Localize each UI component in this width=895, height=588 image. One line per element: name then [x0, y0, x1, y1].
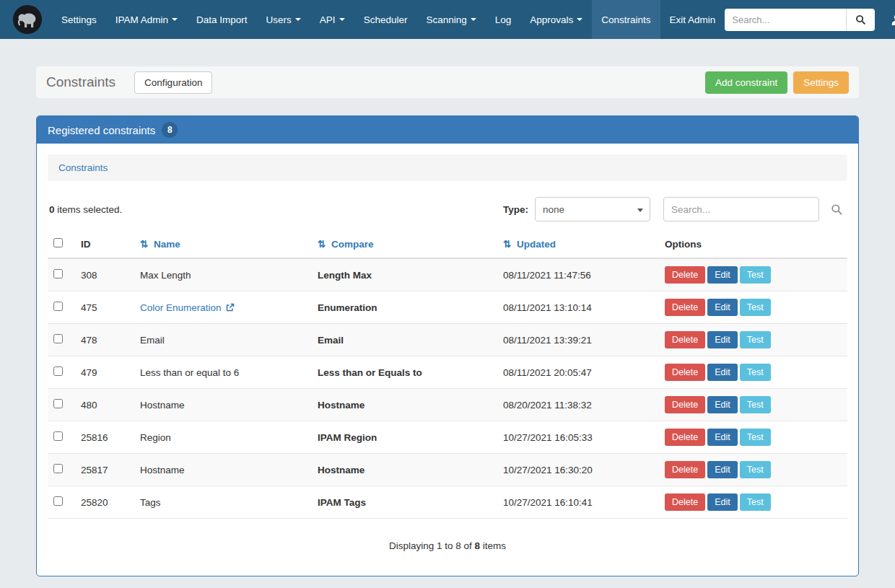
- row-checkbox[interactable]: [53, 399, 63, 408]
- user-icon: [891, 14, 895, 26]
- table-row: 308Max LengthLength Max08/11/2021 11:47:…: [48, 258, 847, 291]
- table-footer: Displaying 1 to 8 of 8 items: [48, 540, 847, 551]
- nav-item-users[interactable]: Users: [257, 0, 310, 39]
- nav-item-data-import[interactable]: Data Import: [187, 0, 257, 39]
- external-link-icon: [226, 303, 235, 312]
- constraint-compare: IPAM Region: [312, 421, 497, 454]
- column-header-compare[interactable]: ⇅ Compare: [312, 230, 497, 258]
- constraint-compare: Hostname: [312, 454, 497, 486]
- column-header-id: ID: [75, 230, 134, 258]
- caret-down-icon: [471, 18, 476, 21]
- nav-item-log[interactable]: Log: [486, 0, 521, 39]
- delete-button[interactable]: Delete: [665, 364, 705, 381]
- row-checkbox[interactable]: [53, 269, 63, 278]
- test-button[interactable]: Test: [740, 364, 771, 381]
- constraint-name-link[interactable]: Color Enumeration: [140, 302, 222, 313]
- edit-button[interactable]: Edit: [707, 396, 738, 413]
- column-header-updated[interactable]: ⇅ Updated: [497, 230, 659, 258]
- delete-button[interactable]: Delete: [665, 331, 705, 348]
- column-header-name[interactable]: ⇅ Name: [134, 230, 312, 258]
- edit-button[interactable]: Edit: [707, 429, 738, 446]
- test-button[interactable]: Test: [740, 266, 771, 284]
- column-header-name-label: Name: [154, 239, 180, 250]
- constraint-updated: 08/20/2021 11:38:32: [497, 389, 659, 421]
- edit-button[interactable]: Edit: [707, 461, 738, 478]
- settings-button[interactable]: Settings: [793, 71, 849, 94]
- delete-button[interactable]: Delete: [665, 266, 705, 284]
- nav-item-api[interactable]: API: [310, 0, 354, 39]
- row-checkbox[interactable]: [53, 496, 63, 506]
- type-select[interactable]: none: [535, 197, 650, 221]
- test-button[interactable]: Test: [740, 331, 771, 348]
- constraint-updated: 08/11/2021 13:10:14: [497, 291, 659, 324]
- caret-down-icon: [637, 209, 643, 212]
- app-logo[interactable]: [13, 5, 42, 34]
- nav-item-ipam-admin[interactable]: IPAM Admin: [106, 0, 187, 39]
- nav-item-constraints[interactable]: Constraints: [592, 0, 660, 39]
- delete-button[interactable]: Delete: [665, 461, 705, 478]
- footer-prefix: Displaying 1 to 8 of: [389, 540, 472, 551]
- selected-count-text: 0 items selected.: [49, 204, 122, 215]
- constraint-options: DeleteEditTest: [659, 421, 847, 454]
- constraint-updated: 10/27/2021 16:05:33: [497, 421, 659, 454]
- nav-item-scanning[interactable]: Scanning: [416, 0, 485, 39]
- configuration-button[interactable]: Configuration: [134, 71, 212, 94]
- test-button[interactable]: Test: [740, 461, 771, 478]
- nav-item-exit-admin[interactable]: Exit Admin: [660, 0, 725, 39]
- constraint-compare: Hostname: [312, 389, 497, 421]
- edit-button[interactable]: Edit: [707, 266, 738, 284]
- table-search-button[interactable]: [828, 201, 846, 219]
- column-header-updated-label: Updated: [517, 239, 556, 250]
- edit-button[interactable]: Edit: [707, 331, 738, 348]
- constraints-table-body: 308Max LengthLength Max08/11/2021 11:47:…: [48, 258, 847, 519]
- table-row: 475Color EnumerationEnumeration08/11/202…: [48, 291, 847, 324]
- subnav-constraints-link[interactable]: Constraints: [58, 162, 108, 173]
- delete-button[interactable]: Delete: [665, 396, 705, 413]
- navbar-menu: SettingsIPAM AdminData ImportUsersAPISch…: [52, 0, 725, 39]
- constraint-id: 25817: [75, 454, 134, 486]
- nav-item-label: Settings: [61, 14, 97, 25]
- constraint-id: 480: [75, 389, 134, 421]
- row-checkbox[interactable]: [53, 334, 63, 343]
- navbar-search-button[interactable]: [846, 9, 875, 31]
- nav-item-label: Log: [495, 14, 512, 25]
- nav-item-label: Scheduler: [364, 14, 408, 25]
- caret-down-icon: [295, 18, 301, 21]
- delete-button[interactable]: Delete: [665, 299, 705, 316]
- constraint-name: Email: [134, 324, 312, 356]
- panel-heading: Registered constraints 8: [37, 116, 858, 144]
- edit-button[interactable]: Edit: [707, 364, 738, 381]
- constraint-updated: 10/27/2021 16:10:41: [497, 486, 659, 519]
- delete-button[interactable]: Delete: [665, 429, 705, 446]
- constraint-name: Region: [134, 421, 312, 454]
- constraint-options: DeleteEditTest: [659, 258, 847, 291]
- nav-item-label: API: [320, 14, 336, 25]
- nav-item-scheduler[interactable]: Scheduler: [354, 0, 417, 39]
- navbar-search-input[interactable]: [725, 9, 846, 31]
- table-row: 478EmailEmail08/11/2021 13:39:21DeleteEd…: [48, 324, 847, 356]
- constraint-options: DeleteEditTest: [659, 486, 847, 519]
- delete-button[interactable]: Delete: [665, 493, 705, 511]
- row-checkbox[interactable]: [53, 431, 63, 441]
- select-all-checkbox[interactable]: [53, 238, 63, 247]
- page-header: Constraints Configuration Add constraint…: [36, 66, 859, 98]
- nav-item-approvals[interactable]: Approvals: [520, 0, 592, 39]
- nav-item-label: Approvals: [530, 14, 573, 25]
- nav-item-settings[interactable]: Settings: [52, 0, 106, 39]
- row-checkbox[interactable]: [53, 367, 63, 376]
- nav-item-label: IPAM Admin: [115, 14, 168, 25]
- add-constraint-button[interactable]: Add constraint: [705, 71, 787, 94]
- test-button[interactable]: Test: [740, 396, 771, 413]
- table-search-input[interactable]: [663, 197, 819, 221]
- test-button[interactable]: Test: [740, 493, 771, 511]
- row-checkbox[interactable]: [53, 302, 63, 311]
- constraint-updated: 08/11/2021 13:39:21: [497, 324, 659, 356]
- table-row: 25817HostnameHostname10/27/2021 16:30:20…: [48, 454, 847, 486]
- panel-body: Constraints 0 items selected. Type: none: [37, 144, 858, 576]
- test-button[interactable]: Test: [740, 429, 771, 446]
- edit-button[interactable]: Edit: [707, 493, 738, 511]
- test-button[interactable]: Test: [740, 299, 771, 316]
- row-checkbox[interactable]: [53, 464, 63, 473]
- user-menu[interactable]: [886, 11, 895, 29]
- edit-button[interactable]: Edit: [707, 299, 738, 316]
